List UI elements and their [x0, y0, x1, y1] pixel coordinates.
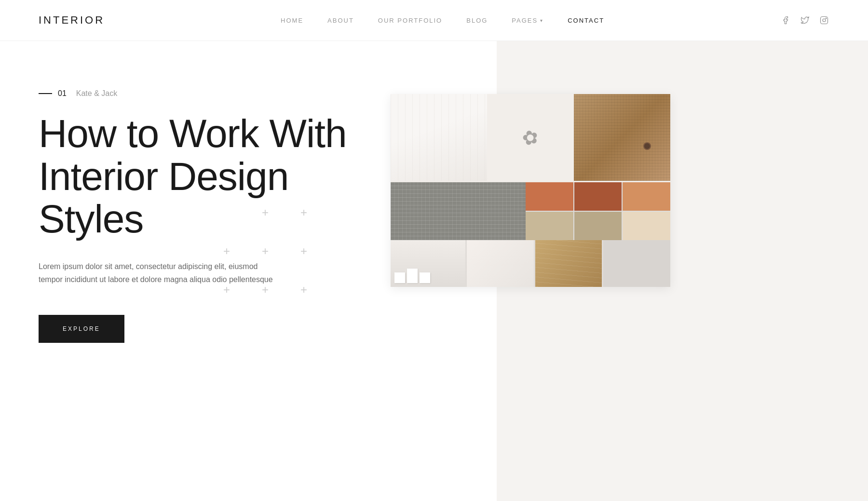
plus-icon-3: +: [212, 237, 241, 266]
nav-item-blog[interactable]: BLOG: [466, 17, 488, 24]
material-sample-1: [391, 240, 465, 287]
main-content: 01 Kate & Jack How to Work With Interior…: [0, 41, 868, 501]
material-sample-3: [535, 240, 602, 287]
dash-icon: [39, 93, 52, 94]
material-sample-2: [467, 240, 534, 287]
plus-icon-6: +: [212, 275, 241, 304]
facebook-icon[interactable]: [780, 15, 791, 26]
color-chip-3: [623, 182, 670, 211]
slide-number: 01: [39, 89, 67, 98]
fabric-swatch-2: ✿: [487, 94, 574, 181]
pages-chevron-icon: ▾: [540, 18, 543, 23]
plus-icon-1: +: [251, 198, 280, 227]
nav-item-contact[interactable]: CONTACT: [568, 17, 604, 24]
hero-image-container: ✿: [391, 94, 829, 287]
white-box-samples: [394, 269, 430, 283]
instagram-icon[interactable]: [819, 15, 829, 26]
color-chip-1: [526, 182, 573, 211]
plus-icon-5: +: [289, 237, 318, 266]
hero-left: 01 Kate & Jack How to Work With Interior…: [39, 70, 376, 343]
fabric-swatch-4: [391, 182, 526, 240]
hero-image: ✿: [391, 94, 670, 287]
plus-icon-8: +: [289, 275, 318, 304]
hero-right: ✿: [376, 70, 829, 456]
header: INTERIOR HOME ABOUT OUR PORTFOLIO BLOG P…: [0, 0, 868, 41]
nav-item-portfolio[interactable]: OUR PORTFOLIO: [378, 17, 442, 24]
svg-rect-0: [821, 17, 828, 24]
plus-icon-4: +: [251, 237, 280, 266]
fabric-swatch-3: [574, 94, 670, 181]
nav-item-pages[interactable]: PAGES ▾: [512, 17, 543, 24]
white-box-2: [407, 269, 418, 283]
svg-point-2: [826, 18, 827, 19]
svg-point-1: [823, 19, 826, 22]
plus-icon-2: +: [289, 198, 318, 227]
white-box-3: [420, 272, 430, 283]
floral-decoration: ✿: [520, 124, 542, 150]
color-swatches: [526, 182, 670, 240]
material-sample-4: [603, 240, 670, 287]
explore-button[interactable]: EXPLORE: [39, 315, 124, 343]
plus-icon-7: +: [251, 275, 280, 304]
social-links: [780, 15, 829, 26]
subtitle-row: 01 Kate & Jack: [39, 89, 376, 98]
color-chip-4: [526, 212, 573, 240]
twitter-icon[interactable]: [800, 15, 810, 26]
material-samples-bottom: [391, 240, 670, 287]
color-chip-6: [623, 212, 670, 240]
author-name: Kate & Jack: [76, 89, 117, 98]
nav-item-about[interactable]: ABOUT: [327, 17, 354, 24]
plus-decoration-grid: + + + + + + + +: [212, 198, 318, 304]
fabric-swatch-1: [391, 94, 487, 181]
color-chip-2: [574, 182, 622, 211]
main-nav: HOME ABOUT OUR PORTFOLIO BLOG PAGES ▾ CO…: [281, 17, 604, 24]
logo[interactable]: INTERIOR: [39, 14, 105, 27]
color-chip-5: [574, 212, 622, 240]
button-detail: [643, 142, 651, 150]
white-box-1: [394, 272, 405, 283]
nav-item-home[interactable]: HOME: [281, 17, 303, 24]
